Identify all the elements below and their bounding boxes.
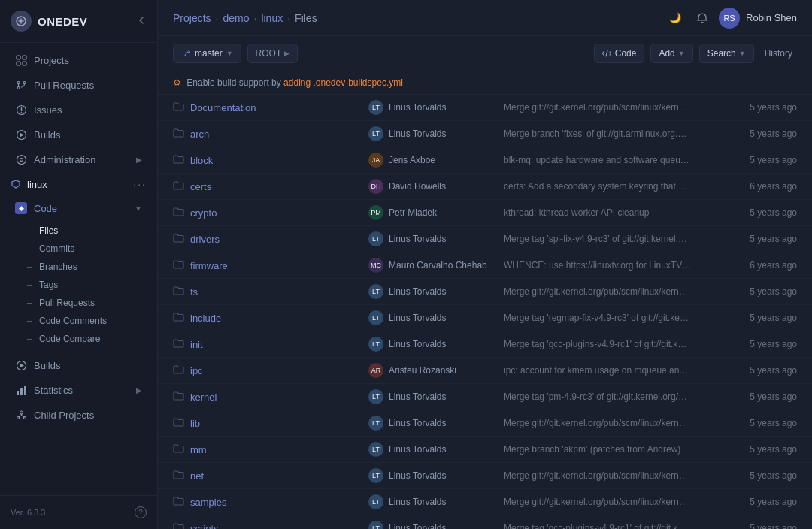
sidebar-item-childprojects[interactable]: Child Projects bbox=[5, 403, 153, 427]
history-button[interactable]: History bbox=[760, 44, 797, 62]
author-name: Linus Torvalds bbox=[389, 444, 447, 455]
sidebar-item-statistics[interactable]: Statistics ▶ bbox=[5, 378, 153, 402]
file-time: 5 years ago bbox=[699, 497, 797, 507]
table-row[interactable]: lib LT Linus Torvalds Merge git://git.ke… bbox=[158, 410, 812, 437]
breadcrumb-linux[interactable]: linux bbox=[261, 12, 283, 24]
file-name: crypto bbox=[173, 207, 368, 219]
child-icon bbox=[15, 409, 27, 421]
build-icon bbox=[15, 128, 27, 141]
table-row[interactable]: init LT Linus Torvalds Merge tag 'gcc-pl… bbox=[158, 331, 812, 358]
file-name-text: init bbox=[190, 339, 203, 350]
file-name: Documentation bbox=[173, 101, 368, 113]
help-icon[interactable]: ? bbox=[135, 506, 147, 518]
table-row[interactable]: mm LT Linus Torvalds Merge branch 'akpm'… bbox=[158, 437, 812, 463]
subnav-commits-label: Commits bbox=[39, 243, 74, 254]
file-name: firmware bbox=[173, 259, 368, 271]
subnav-pullrequests[interactable]: – Pull Requests bbox=[21, 294, 157, 312]
folder-icon bbox=[173, 391, 184, 403]
project-options[interactable]: ··· bbox=[133, 178, 147, 190]
file-time: 5 years ago bbox=[699, 470, 797, 481]
sidebar-item-issues-label: Issues bbox=[34, 104, 62, 116]
table-row[interactable]: firmware MC Mauro Carvalho Chehab WHENCE… bbox=[158, 252, 812, 279]
code-subnav: – Files – Commits – Branches – Tags – bbox=[0, 220, 157, 349]
sidebar-nav: Projects Pull Requests Issues Builds Adm… bbox=[0, 43, 157, 495]
username[interactable]: Robin Shen bbox=[746, 12, 797, 23]
file-name-text: Documentation bbox=[190, 102, 256, 113]
breadcrumb-demo[interactable]: demo bbox=[223, 12, 249, 24]
table-row[interactable]: scripts LT Linus Torvalds Merge tag 'gcc… bbox=[158, 515, 812, 529]
file-commit: Merge branch 'fixes' of git://git.armlin… bbox=[504, 128, 699, 139]
project-label[interactable]: linux ··· bbox=[11, 178, 147, 190]
breadcrumb: Projects · demo · linux · Files bbox=[173, 12, 317, 24]
file-author: DH David Howells bbox=[368, 179, 504, 194]
sidebar-item-builds[interactable]: Builds bbox=[5, 122, 153, 147]
table-row[interactable]: ipc AR Aristeu Rozanski ipc: account for… bbox=[158, 358, 812, 384]
path-selector[interactable]: ROOT ▶ bbox=[247, 44, 298, 63]
sidebar-item-issues[interactable]: Issues bbox=[5, 98, 153, 122]
author-avatar: LT bbox=[368, 231, 383, 246]
table-row[interactable]: net LT Linus Torvalds Merge git://git.ke… bbox=[158, 463, 812, 489]
branch-selector[interactable]: ⎇ master ▼ bbox=[173, 44, 241, 63]
subnav-files[interactable]: – Files bbox=[21, 222, 157, 240]
folder-icon bbox=[173, 522, 184, 529]
search-label: Search bbox=[707, 48, 736, 59]
avatar[interactable]: RS bbox=[719, 8, 740, 29]
build-notice: ⚙ Enable build support by adding .onedev… bbox=[158, 71, 812, 95]
sidebar-item-pullrequests[interactable]: Pull Requests bbox=[5, 73, 153, 97]
file-time: 5 years ago bbox=[699, 313, 797, 323]
file-author: LT Linus Torvalds bbox=[368, 389, 504, 404]
code-section: ◆ Code ▼ – Files – Commits – Branches bbox=[0, 193, 157, 352]
subnav-tags[interactable]: – Tags bbox=[21, 276, 157, 294]
bell-icon[interactable] bbox=[692, 8, 713, 29]
file-author: LT Linus Torvalds bbox=[368, 337, 504, 352]
file-name-text: crypto bbox=[190, 207, 217, 219]
svg-rect-15 bbox=[17, 391, 19, 395]
author-name: Linus Torvalds bbox=[389, 286, 447, 297]
subnav-commits[interactable]: – Commits bbox=[21, 240, 157, 258]
folder-icon bbox=[173, 154, 184, 166]
file-commit: kthread: kthread worker API cleanup bbox=[504, 207, 699, 218]
add-button[interactable]: Add ▼ bbox=[650, 44, 692, 63]
author-name: Linus Torvalds bbox=[389, 234, 447, 244]
sidebar-toggle[interactable] bbox=[136, 15, 147, 28]
sidebar-item-builds2[interactable]: Builds bbox=[5, 353, 153, 377]
add-label: Add bbox=[659, 48, 674, 59]
file-commit: Merge branch 'akpm' (patches from Andrew… bbox=[504, 444, 699, 455]
author-name: David Howells bbox=[389, 181, 446, 192]
subnav-codecompare[interactable]: – Code Compare bbox=[21, 330, 157, 348]
author-avatar: AR bbox=[368, 363, 383, 378]
moon-icon[interactable]: 🌙 bbox=[665, 8, 686, 29]
table-row[interactable]: block JA Jens Axboe blk-mq: update hardw… bbox=[158, 147, 812, 174]
table-row[interactable]: fs LT Linus Torvalds Merge git://git.ker… bbox=[158, 279, 812, 305]
table-row[interactable]: certs DH David Howells certs: Add a seco… bbox=[158, 174, 812, 200]
subnav-codecomments[interactable]: – Code Comments bbox=[21, 312, 157, 330]
folder-icon bbox=[173, 286, 184, 298]
author-avatar: LT bbox=[368, 521, 383, 529]
build-notice-link[interactable]: adding .onedev-buildspec.yml bbox=[283, 77, 403, 88]
table-row[interactable]: kernel LT Linus Torvalds Merge tag 'pm-4… bbox=[158, 384, 812, 410]
table-row[interactable]: include LT Linus Torvalds Merge tag 'reg… bbox=[158, 305, 812, 331]
table-row[interactable]: drivers LT Linus Torvalds Merge tag 'spi… bbox=[158, 226, 812, 252]
search-button[interactable]: Search ▼ bbox=[699, 44, 754, 63]
table-row[interactable]: samples LT Linus Torvalds Merge git://gi… bbox=[158, 489, 812, 515]
folder-icon bbox=[173, 128, 184, 140]
author-name: Linus Torvalds bbox=[389, 313, 447, 323]
table-row[interactable]: Documentation LT Linus Torvalds Merge gi… bbox=[158, 95, 812, 121]
code-button[interactable]: Code bbox=[594, 44, 645, 63]
table-row[interactable]: crypto PM Petr Mladek kthread: kthread w… bbox=[158, 200, 812, 226]
file-commit: Merge git://git.kernel.org/pub/scm/linux… bbox=[504, 497, 699, 507]
sidebar-item-administration[interactable]: Administration ▶ bbox=[5, 147, 153, 171]
code-header[interactable]: ◆ Code ▼ bbox=[5, 197, 153, 219]
svg-rect-3 bbox=[17, 62, 20, 65]
author-avatar: LT bbox=[368, 337, 383, 352]
table-row[interactable]: arch LT Linus Torvalds Merge branch 'fix… bbox=[158, 121, 812, 147]
project-section: linux ··· bbox=[0, 172, 157, 193]
file-commit: ipc: account for kmem usage on mqueue an… bbox=[504, 365, 699, 376]
sidebar-item-projects[interactable]: Projects bbox=[5, 48, 153, 72]
svg-point-12 bbox=[20, 158, 23, 161]
file-name-text: lib bbox=[190, 418, 200, 429]
breadcrumb-projects[interactable]: Projects bbox=[173, 12, 211, 24]
code-label: Code bbox=[34, 203, 57, 214]
subnav-branches[interactable]: – Branches bbox=[21, 258, 157, 276]
sidebar-item-builds-label: Builds bbox=[34, 129, 60, 141]
